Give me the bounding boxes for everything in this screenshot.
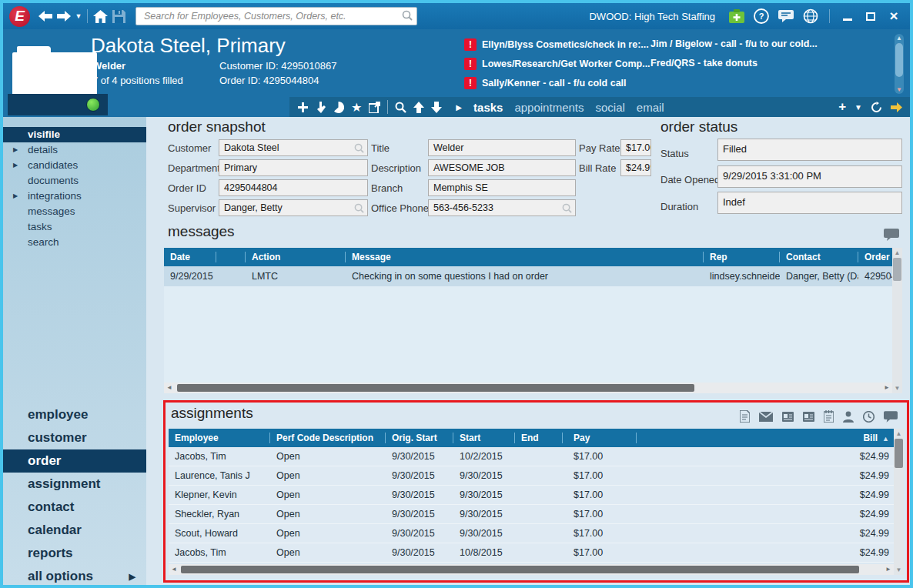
office-phone-field[interactable]: 563-456-5233 [428, 199, 576, 216]
feedback-chat-button[interactable] [777, 7, 795, 25]
scroll-down-icon[interactable]: ▼ [892, 385, 902, 392]
order-id-field[interactable]: 4295044804 [219, 179, 368, 196]
chat-bubble-icon[interactable] [884, 411, 898, 423]
col-message[interactable]: Message [346, 248, 704, 266]
back-button[interactable] [36, 7, 55, 25]
go-arrow-icon[interactable] [891, 102, 902, 112]
nav-item-calendar[interactable]: calendar [3, 519, 146, 542]
scroll-left-icon[interactable]: ◄ [169, 564, 179, 575]
tasks-scrollbar[interactable]: ▲ ▼ [895, 34, 904, 94]
lookup-icon[interactable] [562, 203, 572, 213]
col-blank[interactable] [216, 248, 246, 266]
col-date[interactable]: Date [164, 248, 216, 266]
open-external-icon[interactable] [369, 102, 380, 113]
date-opened-field[interactable]: 9/29/2015 3:31:00 PM [717, 165, 902, 188]
col-employee[interactable]: Employee [169, 429, 270, 447]
assignments-vscrollbar[interactable]: ▲ ▼ [894, 429, 904, 575]
sidebar-item-search[interactable]: search [3, 235, 146, 250]
lookup-icon[interactable] [354, 143, 364, 153]
scrollbar-thumb[interactable] [895, 439, 903, 468]
tab-email[interactable]: email [637, 101, 664, 114]
document-icon[interactable] [740, 410, 750, 423]
global-search-input[interactable] [135, 7, 417, 25]
previous-record-icon[interactable] [413, 102, 424, 113]
assignment-row[interactable]: Scout, Howard Open 9/30/2015 9/30/2015 $… [169, 524, 894, 543]
customer-field[interactable]: Dakota Steel [219, 139, 368, 156]
message-row[interactable]: 9/29/2015 LMTC Checking in on some quest… [164, 266, 892, 286]
forward-button[interactable] [55, 7, 73, 25]
nav-item-all-options[interactable]: all options▶ [3, 565, 146, 585]
hand-pointer-icon[interactable] [316, 102, 326, 113]
supervisor-field[interactable]: Danger, Betty [219, 199, 368, 216]
assignment-row[interactable]: Laurence, Tanis J Open 9/30/2015 9/30/20… [169, 466, 894, 486]
messages-hscrollbar[interactable]: ◄ ► [164, 383, 892, 393]
card-icon[interactable] [803, 412, 814, 422]
notes-icon[interactable] [824, 410, 834, 423]
title-field[interactable]: Welder [428, 139, 576, 156]
email-icon[interactable] [759, 412, 773, 422]
scroll-down-icon[interactable]: ▼ [895, 86, 904, 93]
nav-item-assignment[interactable]: assignment [3, 473, 146, 496]
col-start[interactable]: Start [453, 429, 515, 447]
card-icon[interactable] [782, 412, 794, 422]
department-field[interactable]: Primary [219, 159, 368, 176]
maximize-button[interactable] [862, 8, 879, 24]
minimize-button[interactable] [839, 8, 856, 24]
scrollbar-thumb[interactable] [177, 384, 694, 392]
add-record-button[interactable] [727, 7, 746, 25]
close-button[interactable]: × [885, 8, 902, 24]
scrollbar-thumb[interactable] [895, 43, 903, 77]
help-button[interactable]: ? [752, 7, 771, 25]
col-order[interactable]: Order [858, 248, 892, 266]
branch-field[interactable]: Memphis SE [428, 179, 576, 196]
scroll-right-icon[interactable]: ► [883, 564, 894, 575]
sidebar-item-visifile[interactable]: visifile [3, 127, 146, 142]
sidebar-item-details[interactable]: ▶details [3, 142, 146, 158]
status-field[interactable]: Filled [717, 139, 902, 161]
favorite-star-icon[interactable]: ★ [351, 100, 362, 115]
bill-rate-field[interactable]: $24.99 [620, 159, 651, 176]
pie-chart-icon[interactable] [333, 102, 344, 113]
message-bubble-icon[interactable] [884, 229, 899, 241]
history-dropdown-icon[interactable]: ▼ [73, 7, 84, 25]
play-icon[interactable]: ▶ [456, 103, 462, 112]
tab-tasks[interactable]: tasks [473, 101, 503, 114]
task-item[interactable]: Fred/QRS - take donuts [650, 58, 757, 68]
scroll-up-icon[interactable]: ▲ [892, 249, 902, 256]
task-item[interactable]: ! Ellyn/Blyss Cosmetics/check in re:... [464, 38, 649, 51]
assignment-row[interactable]: Jacobs, Tim Open 9/30/2015 10/2/2015 $17… [169, 447, 894, 466]
web-globe-button[interactable] [801, 7, 820, 25]
col-end[interactable]: End [515, 429, 563, 447]
scrollbar-thumb[interactable] [181, 566, 859, 573]
col-bill[interactable]: Bill▲ [844, 429, 894, 447]
search-record-icon[interactable] [395, 102, 406, 113]
assignment-row[interactable]: Sheckler, Ryan Open 9/30/2015 9/30/2015 … [169, 505, 894, 524]
messages-vscrollbar[interactable]: ▲ ▼ [892, 248, 902, 393]
nav-item-contact[interactable]: contact [3, 496, 146, 519]
col-pay[interactable]: Pay [563, 429, 637, 447]
person-icon[interactable] [843, 411, 854, 423]
col-action[interactable]: Action [246, 248, 346, 266]
assignment-row[interactable]: Jacobs, Tim Open 9/30/2015 10/8/2015 $17… [169, 543, 894, 563]
task-item[interactable]: ! Lowes/Research/Get Worker Comp... [464, 58, 650, 70]
scroll-up-icon[interactable]: ▲ [895, 35, 904, 42]
assignment-row[interactable]: Klepner, Kevin Open 9/30/2015 9/30/2015 … [169, 486, 894, 505]
nav-item-order[interactable]: order [3, 449, 146, 473]
sidebar-item-documents[interactable]: documents [3, 173, 146, 189]
task-item[interactable]: Jim / Bigelow - call - f/u to our cold..… [650, 38, 818, 49]
tab-social[interactable]: social [595, 101, 624, 114]
app-logo-icon[interactable]: E [9, 6, 30, 27]
lookup-icon[interactable] [354, 203, 364, 213]
task-item[interactable]: ! Sally/Kenner - call - f/u cold call [464, 77, 627, 89]
add-icon[interactable] [297, 102, 309, 113]
next-record-icon[interactable] [431, 102, 442, 113]
sidebar-item-tasks[interactable]: tasks [3, 219, 146, 235]
pay-rate-field[interactable]: $17.00 [620, 139, 651, 156]
clock-icon[interactable] [863, 411, 875, 423]
filter-icon[interactable]: ▼ [854, 103, 862, 112]
sidebar-item-candidates[interactable]: ▶candidates [3, 158, 146, 173]
col-perf-code[interactable]: Perf Code Description [270, 429, 386, 447]
col-contact[interactable]: Contact [780, 248, 858, 266]
description-field[interactable]: AWESOME JOB [428, 159, 576, 176]
scroll-down-icon[interactable]: ▼ [894, 566, 904, 573]
